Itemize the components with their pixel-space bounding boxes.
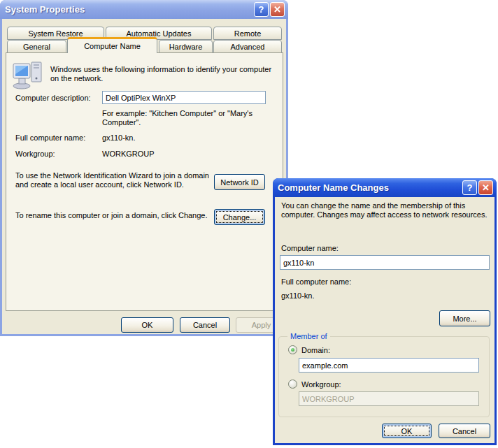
cancel-button[interactable]: Cancel [439,424,490,438]
member-of-label: Member of [287,332,330,341]
computer-name-changes-titlebar[interactable]: Computer Name Changes ? ✕ [273,178,497,197]
close-icon[interactable]: ✕ [270,2,285,17]
tab-computer-name[interactable]: Computer Name [67,37,157,53]
domain-radio[interactable] [288,345,297,354]
more-button[interactable]: More... [439,310,490,326]
computer-name-changes-window: Computer Name Changes ? ✕ You can change… [273,178,497,445]
close-icon[interactable]: ✕ [478,180,493,195]
tab-remote[interactable]: Remote [213,27,282,40]
workgroup-radio[interactable] [288,380,297,389]
tab-general[interactable]: General [7,40,66,53]
change-help-text: To rename this computer or join a domain… [15,211,225,220]
workgroup-value: WORKGROUP [102,150,155,159]
domain-radio-label[interactable]: Domain: [301,346,330,355]
ok-button[interactable]: OK [121,317,173,333]
full-computer-name-value: gx110-kn. [102,133,136,143]
tab-hardware[interactable]: Hardware [159,40,213,53]
dialog-intro-text: You can change the name and the membersh… [281,201,488,219]
full-computer-name-label: Full computer name: [15,133,85,143]
workgroup-radio-label[interactable]: Workgroup: [301,380,341,389]
tab-intro-text: Windows uses the following information t… [50,65,278,83]
computer-icon [13,62,45,89]
member-of-groupbox: Member of Domain: Workgroup: [278,336,490,417]
change-button[interactable]: Change... [214,209,265,225]
window-title: System Properties [5,4,85,15]
computer-description-label: Computer description: [15,94,91,103]
system-properties-window: System Properties ? ✕ System Restore Aut… [0,0,288,336]
description-example-text: For example: "Kitchen Computer" or "Mary… [102,109,270,127]
window-title: Computer Name Changes [278,182,389,193]
full-computer-name-value: gx110-kn. [281,291,315,301]
computer-description-input[interactable] [102,91,266,104]
network-id-button[interactable]: Network ID [214,174,265,190]
full-computer-name-label: Full computer name: [281,277,351,287]
tab-advanced[interactable]: Advanced [213,40,282,53]
cancel-button[interactable]: Cancel [180,317,230,333]
system-properties-titlebar[interactable]: System Properties ? ✕ [0,0,288,19]
workgroup-label: Workgroup: [15,150,55,159]
help-icon[interactable]: ? [254,2,269,17]
workgroup-input [299,391,479,406]
computer-name-input[interactable] [280,255,490,270]
computer-name-label: Computer name: [281,244,339,253]
network-id-help-text: To use the Network Identification Wizard… [15,171,213,189]
ok-button[interactable]: OK [382,424,432,438]
domain-input[interactable] [299,358,479,373]
help-icon[interactable]: ? [462,180,477,195]
